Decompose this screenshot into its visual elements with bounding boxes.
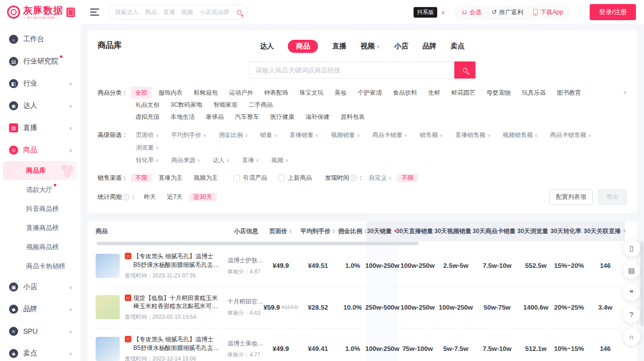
category-chip[interactable]: 奢侈品: [201, 111, 228, 123]
version-badge[interactable]: 抖系版: [414, 7, 437, 18]
product-title[interactable]: 现货【低脂】十月稻田黄糯玉米棒玉米粒香甜糯东北黏苞米可拉丝...: [133, 294, 219, 311]
tab-product[interactable]: 商品: [288, 40, 318, 53]
table-row[interactable]: ⌂【专攻黑头 细腻毛孔】温博士B5舒缓水杨酸面膜细腻毛孔去黑头面膜发现时间：20…: [96, 328, 629, 361]
advanced-filter-dropdown[interactable]: 直播销量∨: [284, 129, 324, 141]
column-header[interactable]: 30天商品卡销量▼: [475, 221, 519, 241]
column-header[interactable]: 30天销量▼: [366, 221, 398, 241]
checkbox-icon[interactable]: [233, 175, 240, 181]
category-chip[interactable]: 全部: [131, 87, 152, 99]
table-row[interactable]: ⌂【专攻黑头 细腻毛孔】温博士B5舒缓水杨酸面膜细腻毛孔去黑头面膜发现时间：20…: [96, 245, 629, 287]
category-chip[interactable]: 二手商品: [244, 99, 277, 111]
tab-shop[interactable]: 小店: [394, 42, 409, 51]
configure-columns-button[interactable]: 配置列表项: [549, 189, 593, 205]
product-title[interactable]: 【专攻黑头 细腻毛孔】温博士B5舒缓水杨酸面膜细腻毛孔去黑头面膜: [133, 252, 219, 269]
checkbox-item[interactable]: 上新商品: [278, 174, 312, 182]
category-chip[interactable]: 汽车整车: [230, 111, 264, 123]
column-header[interactable]: 平均到手价▲▼: [297, 221, 339, 241]
topbar-nav-rebate[interactable]: ↺推广返利: [492, 8, 523, 17]
float-button-help[interactable]: ?: [623, 306, 640, 323]
collapse-categories-icon[interactable]: ∧: [623, 87, 627, 123]
advanced-filter-dropdown[interactable]: 销量∨: [255, 129, 282, 141]
shop-name[interactable]: 十月稻田官...: [227, 298, 263, 306]
category-chip[interactable]: 智能家居: [209, 99, 242, 111]
category-chip[interactable]: 礼品文创: [131, 99, 164, 111]
product-title[interactable]: 【专攻黑头 细腻毛孔】温博士B5舒缓水杨酸面膜细腻毛孔去黑头面膜: [133, 335, 219, 352]
global-search[interactable]: [108, 5, 248, 20]
product-search-button[interactable]: [454, 61, 475, 79]
tab-selling-point[interactable]: 卖点: [451, 42, 465, 51]
period-chip[interactable]: 近30天: [189, 193, 217, 201]
category-chip[interactable]: 运动户外: [224, 87, 258, 99]
advanced-filter-dropdown[interactable]: 视频销量∨: [326, 129, 365, 141]
search-icon[interactable]: [237, 10, 242, 15]
global-search-input[interactable]: [115, 9, 237, 16]
advanced-filter-dropdown[interactable]: 视频销售额∨: [498, 129, 543, 141]
sidebar-item-douyin-product-rank[interactable]: 抖音商品榜: [3, 199, 77, 219]
checkbox-icon[interactable]: [278, 175, 285, 181]
category-chip[interactable]: 美妆: [330, 87, 351, 99]
sidebar-item-selection-hall[interactable]: 选款大厅: [3, 180, 77, 199]
category-chip[interactable]: 滋补保健: [301, 111, 334, 123]
float-button-printer[interactable]: ▤: [623, 262, 640, 279]
category-chip[interactable]: 生鲜: [424, 87, 445, 99]
column-header[interactable]: 30天视频销量▼: [437, 221, 475, 241]
table-row[interactable]: ⌂现货【低脂】十月稻田黄糯玉米棒玉米粒香甜糯东北黏苞米可拉丝...发现时间：20…: [96, 287, 629, 329]
advanced-filter-dropdown[interactable]: 销售额∨: [415, 129, 448, 141]
table-horizontal-scrollbar[interactable]: [97, 242, 419, 245]
sidebar-item-spu[interactable]: ≡SPU∨: [0, 320, 80, 342]
shop-name[interactable]: 温博士护肤...: [227, 256, 263, 265]
category-chip[interactable]: 3C数码家电: [166, 99, 207, 111]
discover-unlimited-chip[interactable]: 不限: [397, 174, 418, 182]
login-register-button[interactable]: 登录/注册: [590, 4, 636, 20]
category-chip[interactable]: 服饰内衣: [154, 87, 187, 99]
sidebar-item-video-product-rank[interactable]: 视频商品榜: [3, 238, 77, 257]
category-chip[interactable]: 个护家清: [353, 87, 386, 99]
column-header[interactable]: 30天直播销量▼: [398, 221, 437, 241]
advanced-filter-dropdown[interactable]: 商品卡销售额∨: [545, 129, 596, 141]
tab-brand[interactable]: 品牌: [423, 42, 437, 51]
advanced-filter-dropdown[interactable]: 页面价∨: [131, 129, 164, 141]
category-chip[interactable]: 虚拟充值: [131, 111, 164, 123]
sidebar-item-selling-point[interactable]: ◈卖点∨: [0, 342, 80, 361]
channel-chip[interactable]: 直播为主: [154, 174, 187, 182]
advanced-filter-dropdown[interactable]: 平均到手价∨: [166, 129, 211, 141]
category-chip[interactable]: 钟表配饰: [260, 87, 293, 99]
discover-custom-dropdown[interactable]: 自定义∨: [364, 174, 397, 182]
advanced-filter-dropdown[interactable]: 视频∨: [266, 154, 293, 167]
tab-live[interactable]: 直播: [332, 42, 346, 51]
version-switcher[interactable]: 抖系版 ∨: [414, 7, 445, 18]
advanced-filter-dropdown[interactable]: 浏览量∨: [131, 141, 164, 154]
checkbox-item[interactable]: 引流产品: [233, 174, 267, 182]
category-chip[interactable]: 鲜花园艺: [447, 87, 480, 99]
sidebar-item-live[interactable]: ▥直播∨: [0, 117, 80, 139]
category-chip[interactable]: 玩具乐器: [517, 87, 550, 99]
category-chip[interactable]: 食品饮料: [388, 87, 422, 99]
sidebar-item-shop[interactable]: ▣小店∨: [0, 276, 80, 298]
advanced-filter-dropdown[interactable]: 达人∨: [208, 154, 235, 167]
column-header[interactable]: 30天关联直播▼: [586, 221, 625, 241]
period-chip[interactable]: 昨天: [139, 193, 160, 201]
sidebar-item-brand[interactable]: ◆品牌∨: [0, 298, 80, 320]
tab-influencer[interactable]: 达人: [260, 42, 274, 51]
column-header[interactable]: 佣金比例▲▼: [339, 221, 366, 241]
period-chip[interactable]: 近7天: [163, 193, 187, 201]
sidebar-item-industry[interactable]: ◧行业∨: [0, 73, 80, 95]
sidebar-item-influencer[interactable]: ◉达人∨: [0, 95, 80, 117]
category-chip[interactable]: 本地生活: [166, 111, 199, 123]
advanced-filter-dropdown[interactable]: 转化率∨: [131, 154, 164, 167]
sidebar-item-product[interactable]: ⊙商品∧: [0, 139, 80, 161]
export-button[interactable]: 导出: [598, 189, 627, 205]
sidebar-item-workbench[interactable]: ⌂工作台: [0, 28, 80, 50]
advanced-filter-dropdown[interactable]: 直播∨: [237, 154, 264, 167]
sidebar-item-product-library[interactable]: 商品库: [3, 161, 77, 180]
advanced-filter-dropdown[interactable]: 直播销售额∨: [450, 129, 496, 141]
advanced-filter-dropdown[interactable]: 佣金比例∨: [214, 129, 253, 141]
advanced-filter-dropdown[interactable]: 商品卡销量∨: [367, 129, 413, 141]
channel-chip[interactable]: 视频为主: [189, 174, 222, 182]
category-chip[interactable]: 珠宝文玩: [295, 87, 328, 99]
collapse-menu-icon[interactable]: [90, 9, 99, 16]
float-button-customer-service[interactable]: ∩: [623, 328, 640, 345]
category-chip[interactable]: 医疗健康: [266, 111, 299, 123]
product-search-input[interactable]: [256, 66, 448, 74]
category-chip[interactable]: 图书教育: [552, 87, 586, 99]
